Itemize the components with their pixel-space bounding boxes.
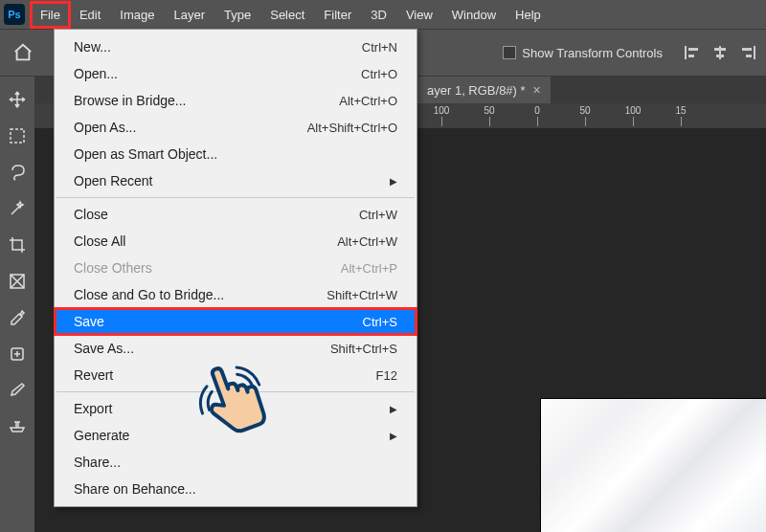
svg-rect-1 bbox=[688, 48, 698, 51]
menu-type[interactable]: Type bbox=[214, 2, 260, 28]
document-tab-title: ayer 1, RGB/8#) * bbox=[427, 83, 526, 98]
menu-item-new[interactable]: New...Ctrl+N bbox=[55, 33, 417, 60]
crop-tool[interactable] bbox=[4, 232, 31, 258]
svg-rect-9 bbox=[11, 129, 24, 143]
menu-item-label: Open Recent bbox=[74, 173, 153, 188]
menu-item-label: Save As... bbox=[74, 341, 134, 356]
menu-item-share-on-behance[interactable]: Share on Behance... bbox=[55, 476, 417, 502]
menu-item-label: Open... bbox=[74, 66, 118, 81]
menubar: Ps FileEditImageLayerTypeSelectFilter3DV… bbox=[0, 0, 766, 29]
menu-item-open-as[interactable]: Open As...Alt+Shift+Ctrl+O bbox=[55, 114, 417, 141]
menu-item-save-as[interactable]: Save As...Shift+Ctrl+S bbox=[55, 335, 417, 362]
ruler-tick: 50 bbox=[465, 103, 513, 116]
app-logo: Ps bbox=[4, 4, 25, 25]
submenu-arrow-icon: ▶ bbox=[390, 176, 397, 187]
svg-rect-0 bbox=[685, 46, 687, 59]
menu-edit[interactable]: Edit bbox=[70, 2, 110, 28]
menu-item-label: Save bbox=[74, 314, 104, 329]
menu-view[interactable]: View bbox=[396, 2, 442, 28]
menu-item-label: Share... bbox=[74, 454, 121, 470]
menu-item-label: Close and Go to Bridge... bbox=[74, 287, 224, 302]
svg-rect-6 bbox=[754, 46, 755, 59]
menu-item-generate[interactable]: Generate▶ bbox=[55, 422, 417, 449]
menu-item-browse-in-bridge[interactable]: Browse in Bridge...Alt+Ctrl+O bbox=[55, 87, 417, 114]
ruler-tick: 50 bbox=[561, 103, 609, 116]
menu-item-shortcut: F12 bbox=[376, 368, 397, 383]
align-right-icon[interactable] bbox=[735, 41, 758, 64]
menu-file[interactable]: File bbox=[31, 2, 70, 28]
menu-item-close[interactable]: CloseCtrl+W bbox=[55, 201, 417, 228]
menu-item-label: Close Others bbox=[74, 260, 152, 276]
svg-rect-7 bbox=[742, 48, 752, 51]
menu-item-label: Open as Smart Object... bbox=[74, 146, 217, 162]
file-menu-dropdown: New...Ctrl+NOpen...Ctrl+OBrowse in Bridg… bbox=[54, 29, 417, 507]
menu-image[interactable]: Image bbox=[110, 2, 164, 28]
menu-item-shortcut: Shift+Ctrl+W bbox=[327, 288, 397, 302]
menu-item-export[interactable]: Export▶ bbox=[55, 395, 417, 422]
menu-item-close-others: Close OthersAlt+Ctrl+P bbox=[55, 255, 417, 281]
lasso-tool[interactable] bbox=[4, 159, 31, 186]
ruler-tick: 100 bbox=[417, 103, 465, 116]
menu-item-shortcut: Ctrl+W bbox=[359, 208, 397, 222]
menu-item-label: Generate bbox=[74, 428, 129, 443]
menu-3d[interactable]: 3D bbox=[361, 2, 396, 28]
menu-item-close-and-go-to-bridge[interactable]: Close and Go to Bridge...Shift+Ctrl+W bbox=[55, 281, 417, 308]
checkbox-box bbox=[503, 46, 516, 59]
menu-item-save[interactable]: SaveCtrl+S bbox=[55, 308, 417, 335]
svg-rect-4 bbox=[714, 48, 726, 51]
left-toolbar bbox=[0, 77, 34, 532]
svg-rect-5 bbox=[716, 55, 724, 57]
menu-item-revert[interactable]: RevertF12 bbox=[55, 362, 417, 388]
menu-item-shortcut: Alt+Ctrl+W bbox=[337, 234, 397, 249]
submenu-arrow-icon: ▶ bbox=[390, 404, 397, 414]
app-logo-text: Ps bbox=[8, 9, 20, 20]
menu-window[interactable]: Window bbox=[442, 2, 506, 28]
menu-item-shortcut: Alt+Ctrl+P bbox=[341, 261, 397, 276]
healing-brush-tool[interactable] bbox=[4, 341, 31, 367]
menu-item-label: Open As... bbox=[74, 120, 136, 135]
align-center-icon[interactable] bbox=[709, 41, 732, 64]
magic-wand-tool[interactable] bbox=[4, 195, 31, 222]
align-left-icon[interactable] bbox=[682, 41, 705, 64]
menu-item-label: Browse in Bridge... bbox=[74, 93, 187, 108]
menu-item-label: New... bbox=[74, 39, 111, 55]
menu-item-close-all[interactable]: Close AllAlt+Ctrl+W bbox=[55, 228, 417, 255]
menu-item-open-recent[interactable]: Open Recent▶ bbox=[55, 167, 417, 194]
menu-item-shortcut: Alt+Ctrl+O bbox=[339, 94, 397, 108]
ruler-tick: 0 bbox=[513, 103, 561, 116]
menu-item-shortcut: Ctrl+O bbox=[361, 67, 397, 81]
eyedropper-tool[interactable] bbox=[4, 304, 31, 331]
menu-item-label: Close bbox=[74, 207, 108, 222]
submenu-arrow-icon: ▶ bbox=[390, 431, 397, 441]
document-tab[interactable]: ayer 1, RGB/8#) * × bbox=[417, 77, 551, 103]
menu-item-shortcut: Ctrl+N bbox=[362, 40, 397, 55]
menu-item-shortcut: Alt+Shift+Ctrl+O bbox=[307, 121, 397, 135]
home-icon[interactable] bbox=[6, 35, 40, 70]
marquee-tool[interactable] bbox=[4, 122, 31, 149]
menu-item-open-as-smart-object[interactable]: Open as Smart Object... bbox=[55, 141, 417, 167]
show-transform-controls-checkbox[interactable]: Show Transform Controls bbox=[503, 46, 663, 60]
menu-select[interactable]: Select bbox=[260, 2, 314, 28]
align-buttons bbox=[682, 41, 766, 64]
menu-item-label: Share on Behance... bbox=[74, 481, 196, 497]
brush-tool[interactable] bbox=[4, 377, 31, 404]
clone-stamp-tool[interactable] bbox=[4, 413, 31, 440]
menu-filter[interactable]: Filter bbox=[314, 2, 361, 28]
menu-layer[interactable]: Layer bbox=[165, 2, 215, 28]
menu-item-shortcut: Ctrl+S bbox=[363, 315, 397, 329]
menu-item-label: Export bbox=[74, 401, 112, 416]
frame-tool[interactable] bbox=[4, 268, 31, 295]
menu-item-open[interactable]: Open...Ctrl+O bbox=[55, 60, 417, 87]
ruler-tick: 15 bbox=[657, 103, 705, 116]
svg-rect-8 bbox=[746, 55, 752, 57]
close-icon[interactable]: × bbox=[533, 82, 541, 98]
move-tool[interactable] bbox=[4, 86, 31, 113]
menu-item-shortcut: Shift+Ctrl+S bbox=[330, 342, 397, 356]
ruler-tick: 100 bbox=[609, 103, 657, 116]
menu-item-label: Close All bbox=[74, 233, 125, 249]
menu-item-share[interactable]: Share... bbox=[55, 449, 417, 476]
show-transform-controls-label: Show Transform Controls bbox=[522, 46, 663, 60]
svg-rect-2 bbox=[688, 55, 694, 57]
menu-help[interactable]: Help bbox=[506, 2, 551, 28]
canvas-image[interactable] bbox=[540, 398, 766, 532]
